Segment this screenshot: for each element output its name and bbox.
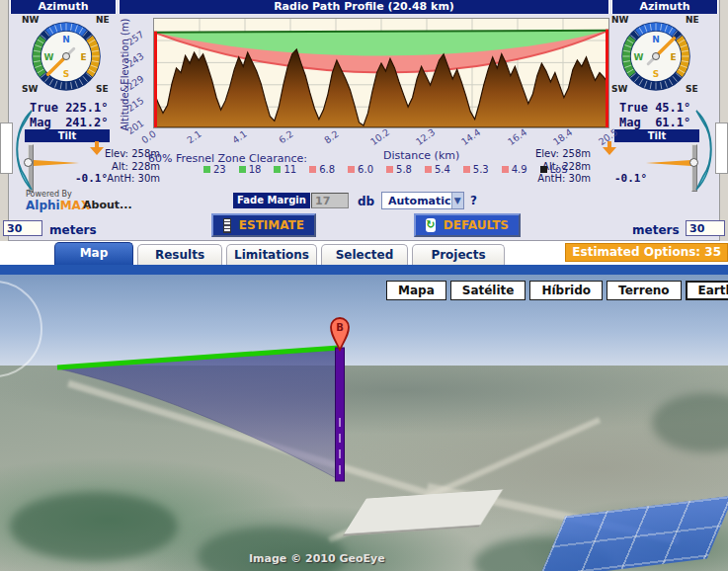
- right-antenna-height-input[interactable]: [686, 220, 725, 236]
- map-btn-mapa[interactable]: Mapa: [386, 281, 446, 300]
- prev-link-arrow[interactable]: [4, 107, 36, 194]
- link-overlay: B: [0, 275, 728, 571]
- legend-item: 5.8: [386, 164, 412, 175]
- tab-map[interactable]: Map: [54, 242, 133, 265]
- left-compass-ne-label: NE: [96, 15, 110, 25]
- right-meters-label: meters: [632, 223, 680, 237]
- svg-text:W: W: [44, 52, 54, 62]
- left-compass-se-label: SE: [96, 84, 109, 94]
- legend-item: 5.3: [463, 164, 489, 175]
- left-antenna-height-input[interactable]: [3, 220, 42, 236]
- legend-swatch: [386, 166, 393, 173]
- svg-text:N: N: [62, 35, 70, 44]
- defaults-button[interactable]: ↻ DEFAULTS: [414, 213, 521, 237]
- svg-text:S: S: [63, 69, 69, 79]
- legend-item: 11: [274, 164, 296, 175]
- legend-item: 6.8: [309, 164, 335, 175]
- legend-swatch: [540, 166, 547, 173]
- antenna-tower: [336, 348, 345, 481]
- map-type-buttons: Mapa Satélite Híbrido Terreno Earth: [386, 281, 728, 300]
- svg-text:E: E: [670, 52, 676, 62]
- map-attribution: Image © 2010 GeoEye: [249, 552, 385, 565]
- map-btn-earth[interactable]: Earth: [686, 281, 728, 300]
- next-link-arrow[interactable]: [692, 107, 724, 194]
- tab-projects[interactable]: Projects: [412, 244, 505, 265]
- right-tilt-needle[interactable]: [646, 160, 691, 166]
- legend-swatch: [239, 166, 246, 173]
- legend-item: 23: [203, 164, 226, 175]
- legend-item: 18: [239, 164, 262, 175]
- svg-text:N: N: [652, 35, 660, 44]
- legend-swatch: [203, 166, 210, 173]
- left-meters-label: meters: [49, 223, 97, 237]
- chart-title: Radio Path Profile (20.48 km): [119, 0, 609, 14]
- legend-swatch: [463, 166, 470, 173]
- legend-item: 4.9: [502, 164, 527, 175]
- db-label: db: [358, 195, 374, 208]
- fresnel-legend: 2318116.86.05.85.45.34.9LoS: [203, 164, 568, 175]
- right-true-azimuth: True 45.1°: [619, 101, 690, 115]
- fade-margin-input[interactable]: [311, 193, 349, 208]
- legend-item: 6.0: [348, 164, 373, 175]
- recycle-icon: ↻: [426, 218, 436, 232]
- estimated-options-badge: Estimated Options: 35: [565, 243, 728, 262]
- estimate-button[interactable]: ESTIMATE: [211, 213, 316, 237]
- path-profile-plot: [153, 18, 609, 128]
- fade-margin-mode-select[interactable]: Automatic ▼: [381, 192, 464, 209]
- legend-swatch: [348, 166, 355, 173]
- chart-x-axis-label: Distance (km): [383, 149, 459, 162]
- earth-nav-ring: [0, 282, 41, 376]
- map-view[interactable]: B Mapa Satélite Híbrido Terreno Earth Im…: [0, 275, 728, 571]
- marker-label: B: [336, 322, 344, 333]
- left-compass-sw-label: SW: [22, 84, 38, 94]
- legend-swatch: [309, 166, 316, 173]
- left-azimuth-header: Azimuth: [10, 0, 117, 14]
- right-compass-sw-label: SW: [611, 84, 627, 94]
- path-profile-panel: Azimuth Radio Path Profile (20.48 km) Az…: [0, 0, 728, 241]
- legend-swatch: [425, 166, 432, 173]
- tab-underline-bar: [0, 265, 728, 275]
- right-compass-nw-label: NW: [611, 15, 628, 25]
- about-link[interactable]: About...: [83, 199, 132, 211]
- map-btn-terreno[interactable]: Terreno: [607, 281, 682, 300]
- right-azimuth-compass[interactable]: NESW: [621, 22, 690, 91]
- app-root: Azimuth Radio Path Profile (20.48 km) Az…: [0, 0, 728, 571]
- map-btn-satelite[interactable]: Satélite: [450, 281, 526, 300]
- legend-item: 5.4: [425, 164, 450, 175]
- tab-selected[interactable]: Selected: [321, 244, 408, 265]
- calculator-icon: [223, 218, 231, 233]
- fade-margin-label: Fade Margin: [233, 193, 310, 208]
- svg-text:W: W: [634, 52, 644, 62]
- legend-swatch: [274, 166, 281, 173]
- dropdown-arrow-icon: ▼: [451, 193, 463, 208]
- legend-swatch: [502, 166, 509, 173]
- left-compass-nw-label: NW: [22, 15, 39, 25]
- svg-text:E: E: [80, 52, 86, 62]
- left-azimuth-compass[interactable]: NESW: [32, 22, 101, 91]
- chart-y-axis-label: Altitude&Elevation (m): [120, 16, 130, 134]
- help-link[interactable]: ?: [470, 194, 477, 207]
- right-azimuth-header: Azimuth: [611, 0, 718, 14]
- left-mag-azimuth: Mag 241.2°: [30, 116, 109, 129]
- tab-results[interactable]: Results: [137, 244, 222, 265]
- right-tilt-value: -0.1°: [614, 172, 647, 185]
- tab-limitations[interactable]: Limitations: [226, 244, 317, 265]
- map-btn-hibrido[interactable]: Híbrido: [529, 281, 603, 300]
- svg-text:S: S: [653, 69, 659, 79]
- left-true-azimuth: True 225.1°: [30, 101, 109, 115]
- fresnel-fan: [57, 350, 340, 480]
- tab-bar: Map Results Limitations Selected Project…: [0, 242, 728, 265]
- right-mag-azimuth: Mag 61.1°: [619, 116, 690, 129]
- legend-item: LoS: [540, 164, 568, 175]
- left-tilt-needle[interactable]: [34, 160, 79, 166]
- right-compass-ne-label: NE: [686, 15, 699, 25]
- map-marker-b[interactable]: B: [331, 318, 349, 350]
- right-tilt-header: Tilt: [614, 129, 699, 142]
- right-compass-se-label: SE: [686, 84, 698, 94]
